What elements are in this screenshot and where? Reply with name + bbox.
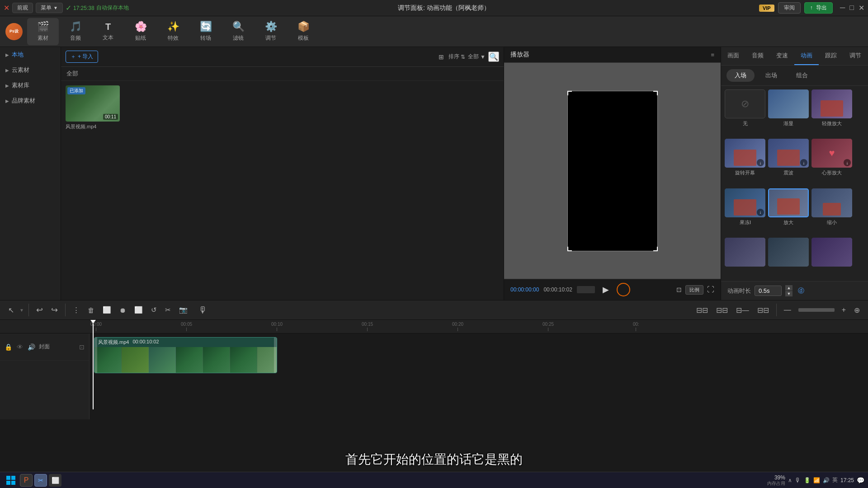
tool-text[interactable]: T 文本 — [92, 18, 124, 45]
search-button[interactable]: 🔍 — [488, 52, 499, 62]
anim-vip1-thumb: VIP — [725, 238, 765, 267]
sidebar-item-local-arrow: ▶ — [5, 52, 9, 57]
export-button[interactable]: ↑ 导出 — [804, 2, 833, 14]
tool-sticker[interactable]: 🌸 贴纸 — [125, 18, 156, 45]
duration-stepper: ▲ ▼ — [785, 285, 793, 296]
marker-button[interactable]: ⏺ — [117, 305, 129, 316]
sidebar-item-library[interactable]: ▶ 素材库 — [0, 78, 61, 93]
tool-items: 🎬 素材 🎵 音频 T 文本 🌸 贴纸 ✨ 特效 🔄 转场 🔍 滤镜 ⚙️ — [27, 18, 319, 45]
play-button[interactable]: ▶ — [599, 283, 612, 296]
anim-vip2[interactable]: VIP — [768, 238, 809, 277]
tab-animation[interactable]: 动画 — [794, 47, 819, 65]
tool-adjust[interactable]: ⚙️ 调节 — [255, 18, 287, 45]
tab-canvas[interactable]: 画面 — [721, 47, 745, 65]
review-button[interactable]: 审阅 — [778, 2, 801, 14]
taskbar-time: 17:25 — [840, 477, 854, 483]
tab-audio[interactable]: 音频 — [745, 47, 770, 65]
taskbar-app2-active[interactable]: ✂ — [34, 474, 47, 487]
fit-timeline-button[interactable]: ⊕ — [851, 304, 863, 316]
crop-button[interactable]: ⬜ — [100, 304, 114, 316]
sidebar-item-local[interactable]: ▶ 本地 — [0, 47, 61, 62]
window-close-button[interactable]: ✕ — [859, 4, 864, 12]
sidebar-item-cloud[interactable]: ▶ 云素材 — [0, 62, 61, 78]
duration-input[interactable] — [755, 286, 782, 296]
tool-audio[interactable]: 🎵 音频 — [60, 18, 91, 45]
tool-effect[interactable]: ✨ 特效 — [157, 18, 189, 45]
fullscreen-button[interactable]: ⛶ — [707, 286, 714, 294]
preview-mini-timeline[interactable] — [577, 286, 595, 293]
taskbar-chevron-icon[interactable]: ∧ — [788, 477, 792, 483]
zoom-fit-button[interactable]: ⊡ — [676, 286, 682, 293]
anim-jelly[interactable]: VIP ↓ 果冻Ⅰ — [725, 188, 765, 235]
clip-resize-right[interactable] — [274, 338, 277, 373]
video-clip[interactable]: 风景视频.mp4 00:00:10:02 — [94, 337, 277, 373]
tab-speed[interactable]: 变速 — [770, 47, 794, 65]
battery-icon: 🔋 — [804, 477, 811, 483]
zoom-out-timeline-button[interactable]: — — [781, 304, 794, 316]
anim-slight-zoom-label: 轻微放大 — [822, 120, 842, 127]
taskbar-start-button[interactable] — [4, 474, 18, 487]
taskbar-app3[interactable]: ⬜ — [49, 474, 61, 487]
tab-track[interactable]: 跟踪 — [819, 47, 843, 65]
close-icon[interactable]: ✕ — [4, 4, 9, 12]
menu-label: 菜单 — [41, 4, 52, 12]
anim-tab-combo[interactable]: 组合 — [788, 69, 816, 82]
import-button[interactable]: ＋ + 导入 — [66, 51, 98, 63]
playhead[interactable] — [90, 320, 96, 409]
duration-down-button[interactable]: ▼ — [785, 291, 793, 296]
anim-none[interactable]: ⊘ 无 — [725, 89, 765, 136]
tool-template[interactable]: 📦 模板 — [288, 18, 319, 45]
language-label[interactable]: 英 — [832, 476, 838, 484]
trim-button[interactable]: ✂ — [162, 304, 174, 316]
list-item[interactable]: 已添加 00:11 风景视频.mp4 — [66, 85, 120, 130]
anim-fade[interactable]: 渐显 — [768, 89, 809, 136]
grid-view-button[interactable]: ⊞ — [437, 52, 446, 61]
add-track-button[interactable]: ⊡ — [78, 343, 85, 352]
mic-status-icon: 🎙 — [795, 477, 801, 484]
tool-transition[interactable]: 🔄 转场 — [190, 18, 222, 45]
undo-button[interactable]: ↩ — [33, 303, 46, 317]
rotate-button[interactable]: ↺ — [148, 304, 160, 316]
sidebar-item-brand[interactable]: ▶ 品牌素材 — [0, 93, 61, 108]
duration-up-button[interactable]: ▲ — [785, 285, 793, 291]
notification-icon[interactable]: 💬 — [857, 477, 864, 484]
menu-button[interactable]: 菜单 ▼ — [36, 3, 63, 13]
preview-menu-button[interactable]: ≡ — [711, 52, 714, 58]
clip-frame — [149, 347, 176, 373]
sticker-icon: 🌸 — [135, 21, 147, 33]
taskbar-app1[interactable]: P — [20, 474, 33, 487]
anim-zoom-out[interactable]: 缩小 — [811, 188, 852, 235]
flip-button[interactable]: ⬜ — [132, 304, 146, 316]
anim-tab-in[interactable]: 入场 — [726, 69, 755, 82]
tool-filter[interactable]: 🔍 滤镜 — [222, 18, 254, 45]
minimize-button[interactable]: ─ — [840, 4, 845, 12]
select-tool-button[interactable]: ↖ — [5, 304, 17, 316]
ratio-button[interactable]: 比例 — [685, 285, 703, 295]
anim-zoom-in[interactable]: 放大 — [768, 188, 809, 235]
snapshot-button[interactable]: 📷 — [176, 304, 190, 316]
redo-button[interactable]: ↪ — [48, 303, 61, 317]
zoom-in-timeline-button[interactable]: + — [839, 304, 849, 316]
tab-adjust[interactable]: 调节 — [843, 47, 868, 65]
mic-button[interactable]: 🎙 — [198, 305, 208, 315]
track-lock-button[interactable]: 🔒 — [4, 343, 13, 352]
preview-button[interactable]: 前观 — [12, 3, 33, 13]
filter-button[interactable]: 全部 ▼ — [468, 53, 486, 61]
anim-slight-zoom[interactable]: 轻微放大 — [811, 89, 852, 136]
anim-tab-out[interactable]: 出场 — [757, 69, 785, 82]
maximize-button[interactable]: □ — [849, 4, 854, 12]
split-button[interactable]: ⋮ — [70, 304, 82, 316]
anim-heart-zoom[interactable]: VIP ♥ ↓ 心形放大 — [811, 139, 852, 185]
track-visibility-button[interactable]: 👁 — [16, 343, 24, 352]
tool-clip[interactable]: 🎬 素材 — [27, 18, 59, 45]
anim-shockwave[interactable]: VIP ↓ 震波 — [768, 139, 809, 185]
anim-vip3[interactable]: VIP — [811, 238, 852, 277]
sidebar-item-cloud-arrow: ▶ — [5, 68, 9, 73]
anim-rotate-open[interactable]: ↓ 旋转开幕 — [725, 139, 765, 185]
clip-frame — [203, 347, 230, 373]
anim-vip1[interactable]: VIP — [725, 238, 765, 277]
delete-button[interactable]: 🗑 — [85, 305, 97, 316]
sort-button[interactable]: 排序 ⇅ — [448, 53, 465, 61]
track-audio-button[interactable]: 🔊 — [27, 343, 36, 352]
anim-vip2-thumb: VIP — [768, 238, 809, 267]
